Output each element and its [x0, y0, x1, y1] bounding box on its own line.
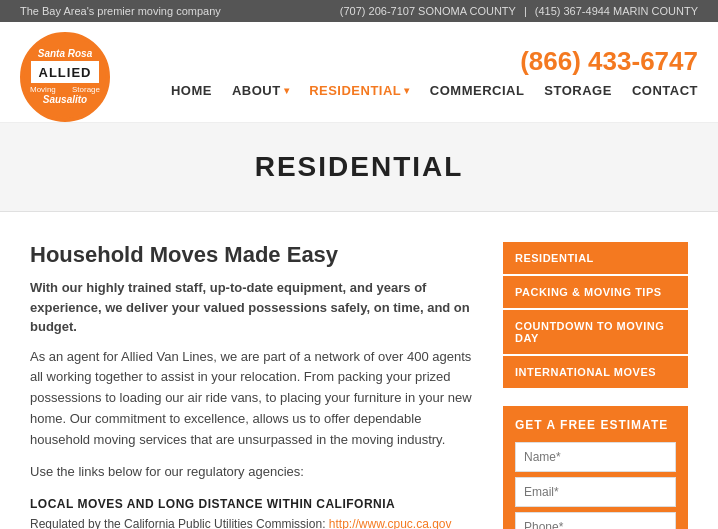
nav-storage[interactable]: STORAGE	[544, 83, 612, 98]
phone-big[interactable]: (866) 433-6747	[520, 46, 698, 77]
header: Santa Rosa ALLIED Moving Storage Sausali…	[0, 22, 718, 123]
side-labels: Moving Storage	[24, 85, 106, 94]
logo-bottom: Sausalito	[43, 94, 87, 105]
name-field[interactable]	[515, 442, 676, 472]
header-right: (866) 433-6747 HOME ABOUT RESIDENTIAL CO…	[171, 46, 698, 108]
section1-link[interactable]: http://www.cpuc.ca.gov	[329, 517, 452, 529]
logo: Santa Rosa ALLIED Moving Storage Sausali…	[20, 32, 110, 122]
separator: |	[524, 5, 527, 17]
page-title: RESIDENTIAL	[0, 151, 718, 183]
sidebar-item-packing[interactable]: PACKING & MOVING TIPS	[503, 276, 688, 308]
allied-box: ALLIED	[31, 61, 99, 83]
estimate-heading: GET A FREE ESTIMATE	[515, 418, 676, 432]
section1-heading: LOCAL MOVES AND LONG DISTANCE WITHIN CAL…	[30, 497, 473, 511]
logo-area: Santa Rosa ALLIED Moving Storage Sausali…	[20, 32, 110, 122]
logo-top: Santa Rosa	[38, 49, 92, 59]
top-bar: The Bay Area's premier moving company (7…	[0, 0, 718, 22]
sidebar-item-countdown[interactable]: COUNTDOWN TO MOVING DAY	[503, 310, 688, 354]
allied-text: ALLIED	[39, 65, 92, 80]
section1-text: Regulated by the California Public Utili…	[30, 515, 473, 529]
phone-field[interactable]	[515, 512, 676, 529]
nav-commercial[interactable]: COMMERCIAL	[430, 83, 525, 98]
phone1: (707) 206-7107 SONOMA COUNTY	[340, 5, 516, 17]
sidebar-item-international[interactable]: INTERNATIONAL MOVES	[503, 356, 688, 388]
body-text: As an agent for Allied Van Lines, we are…	[30, 347, 473, 451]
left-content: Household Moves Made Easy With our highl…	[30, 242, 473, 529]
nav-residential[interactable]: RESIDENTIAL	[309, 83, 410, 98]
intro-bold: With our highly trained staff, up-to-dat…	[30, 278, 473, 337]
moving-label: Moving	[30, 85, 56, 94]
sidebar-menu: RESIDENTIAL PACKING & MOVING TIPS COUNTD…	[503, 242, 688, 388]
storage-label: Storage	[72, 85, 100, 94]
main-content: Household Moves Made Easy With our highl…	[0, 212, 718, 529]
phone2: (415) 367-4944 MARIN COUNTY	[535, 5, 698, 17]
main-heading: Household Moves Made Easy	[30, 242, 473, 268]
right-sidebar: RESIDENTIAL PACKING & MOVING TIPS COUNTD…	[503, 242, 688, 529]
top-bar-phones: (707) 206-7107 SONOMA COUNTY | (415) 367…	[340, 5, 698, 17]
nav-contact[interactable]: CONTACT	[632, 83, 698, 98]
page-title-bar: RESIDENTIAL	[0, 123, 718, 212]
tagline: The Bay Area's premier moving company	[20, 5, 221, 17]
nav-about[interactable]: ABOUT	[232, 83, 289, 98]
main-nav: HOME ABOUT RESIDENTIAL COMMERCIAL STORAG…	[171, 83, 698, 108]
links-intro: Use the links below for our regulatory a…	[30, 462, 473, 483]
sidebar-item-residential[interactable]: RESIDENTIAL	[503, 242, 688, 274]
nav-home[interactable]: HOME	[171, 83, 212, 98]
estimate-box: GET A FREE ESTIMATE I'm not a robot ⟳ re…	[503, 406, 688, 529]
email-field[interactable]	[515, 477, 676, 507]
